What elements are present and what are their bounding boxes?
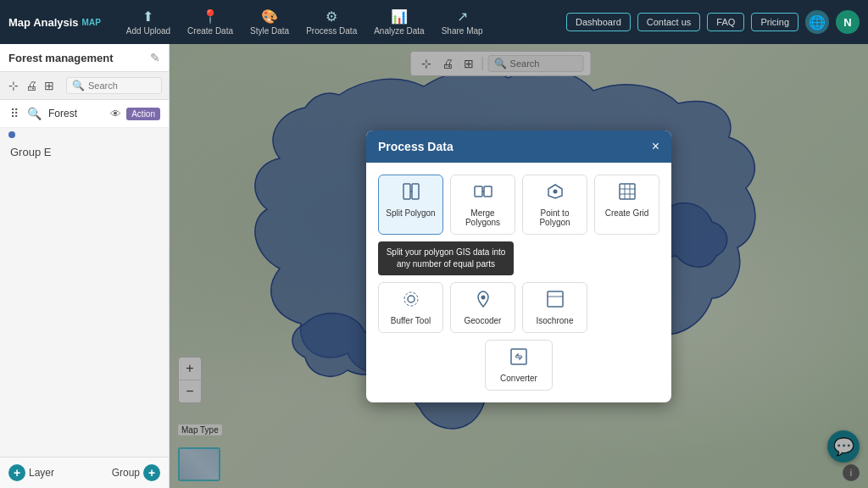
- search-input[interactable]: [88, 80, 156, 91]
- layer-label: Layer: [29, 467, 54, 479]
- converter-icon: [509, 347, 528, 370]
- search-box[interactable]: 🔍: [66, 77, 162, 94]
- geocoder-icon: [474, 290, 492, 313]
- nav-add-upload-label: Add Upload: [126, 26, 170, 36]
- nav-add-upload[interactable]: ⬆ Add Upload: [118, 5, 179, 39]
- group-label: Group: [112, 467, 140, 479]
- nav-share-map-label: Share Map: [442, 26, 483, 36]
- create-grid-icon: [618, 182, 637, 205]
- map-area[interactable]: .forest { fill: #3a5fa0; fill-opacity: 0…: [170, 44, 868, 488]
- modal-header: Process Data ×: [366, 130, 671, 163]
- dashboard-button[interactable]: Dashboard: [566, 13, 631, 31]
- contact-button[interactable]: Contact us: [637, 13, 701, 31]
- merge-polygons-label: Merge Polygons: [454, 208, 511, 227]
- isochrone-button[interactable]: Isochrone: [522, 282, 587, 333]
- panel-footer: + Layer Group +: [0, 457, 169, 488]
- svg-point-13: [404, 292, 418, 306]
- faq-button[interactable]: FAQ: [707, 13, 744, 31]
- grid-icon[interactable]: ⊞: [42, 77, 56, 94]
- buffer-tool-icon: [402, 290, 420, 313]
- search-layer-icon[interactable]: 🔍: [25, 105, 43, 122]
- search-icon: 🔍: [72, 80, 85, 92]
- create-icon: 📍: [202, 8, 219, 25]
- nav-create-data[interactable]: 📍 Create Data: [179, 5, 242, 39]
- svg-rect-17: [511, 349, 526, 364]
- group-e-label: Group E: [2, 134, 169, 170]
- nav-analyze-data[interactable]: 📊 Analyze Data: [365, 5, 432, 39]
- modal-body: Split Polygon Merge Polygons Point to Po…: [366, 163, 671, 402]
- print-icon[interactable]: 🖨: [24, 77, 39, 94]
- isochrone-label: Isochrone: [537, 316, 574, 325]
- buffer-tool-label: Buffer Tool: [391, 316, 431, 325]
- geocoder-label: Geocoder: [465, 316, 502, 325]
- svg-point-12: [408, 296, 415, 302]
- user-avatar[interactable]: N: [836, 10, 860, 34]
- add-layer-icon: +: [8, 464, 25, 481]
- layer-action-badge[interactable]: Action: [126, 108, 160, 120]
- pricing-button[interactable]: Pricing: [751, 13, 798, 31]
- nav-process-data-label: Process Data: [306, 26, 357, 36]
- split-polygon-icon: [402, 182, 420, 205]
- merge-polygons-button[interactable]: Merge Polygons: [450, 175, 515, 235]
- point-to-polygon-icon: [546, 182, 565, 205]
- create-grid-button[interactable]: Create Grid: [594, 175, 659, 235]
- svg-point-6: [553, 189, 557, 193]
- add-group-button[interactable]: Group +: [112, 464, 160, 481]
- nav-style-data[interactable]: 🎨 Style Data: [242, 5, 298, 39]
- nav-create-data-label: Create Data: [187, 26, 233, 36]
- buffer-tool-button[interactable]: Buffer Tool: [378, 282, 443, 333]
- globe-icon[interactable]: 🌐: [805, 10, 829, 34]
- point-to-polygon-button[interactable]: Point to Polygon: [522, 175, 587, 235]
- converter-label: Converter: [500, 374, 537, 383]
- modal-close-button[interactable]: ×: [652, 139, 659, 154]
- app-title: Map Analysis: [8, 16, 79, 29]
- merge-polygons-icon: [474, 182, 492, 205]
- svg-rect-4: [484, 186, 492, 197]
- drag-icon[interactable]: ⠿: [8, 105, 20, 122]
- analyze-icon: 📊: [391, 8, 408, 25]
- converter-button[interactable]: Converter: [485, 340, 553, 391]
- geocoder-button[interactable]: Geocoder: [450, 282, 515, 333]
- svg-rect-1: [412, 184, 419, 199]
- process-icon: ⚙: [326, 8, 337, 25]
- upload-icon: ⬆: [142, 8, 153, 25]
- share-icon: ↗: [457, 8, 468, 25]
- tool-grid-row1: Split Polygon Merge Polygons Point to Po…: [378, 175, 659, 235]
- panel-title: Forest management: [8, 52, 114, 64]
- app-subtitle: MAP: [82, 18, 101, 27]
- cursor-icon[interactable]: ⊹: [7, 77, 20, 94]
- panel-header: Forest management ✎: [0, 44, 169, 72]
- layer-name: Forest: [48, 108, 105, 119]
- add-layer-button[interactable]: + Layer: [8, 464, 54, 481]
- eye-icon[interactable]: 👁: [110, 108, 121, 120]
- isochrone-icon: [546, 290, 565, 313]
- svg-point-14: [481, 295, 485, 299]
- split-polygon-tooltip: Split your polygon GIS data into any num…: [378, 241, 514, 275]
- left-panel: Forest management ✎ ⊹ 🖨 ⊞ 🔍 ⠿ 🔍 Forest 👁…: [0, 44, 170, 488]
- split-polygon-label: Split Polygon: [386, 208, 435, 218]
- layer-item: ⠿ 🔍 Forest 👁 Action: [0, 100, 169, 128]
- modal-title: Process Data: [378, 140, 453, 153]
- nav-right: Dashboard Contact us FAQ Pricing 🌐 N: [566, 10, 860, 34]
- svg-rect-0: [403, 184, 410, 199]
- edit-icon[interactable]: ✎: [150, 51, 160, 64]
- style-icon: 🎨: [261, 8, 278, 25]
- create-grid-label: Create Grid: [605, 208, 649, 218]
- point-to-polygon-label: Point to Polygon: [526, 208, 583, 227]
- tool-grid-row3: Converter: [378, 340, 659, 391]
- app-logo: Map Analysis MAP: [8, 16, 101, 29]
- add-group-icon: +: [143, 464, 160, 481]
- process-data-modal: Process Data × Split Polygon M: [366, 130, 671, 402]
- svg-rect-7: [620, 184, 635, 199]
- svg-rect-3: [475, 186, 482, 197]
- nav-share-map[interactable]: ↗ Share Map: [433, 5, 492, 39]
- svg-rect-15: [548, 291, 563, 307]
- topbar: Map Analysis MAP ⬆ Add Upload 📍 Create D…: [0, 0, 868, 44]
- nav-style-data-label: Style Data: [250, 26, 289, 36]
- modal-overlay: Process Data × Split Polygon M: [170, 44, 868, 488]
- nav-analyze-data-label: Analyze Data: [374, 26, 424, 36]
- panel-toolbar: ⊹ 🖨 ⊞ 🔍: [0, 72, 169, 100]
- tool-grid-row2: Buffer Tool Geocoder Isochrone: [378, 282, 659, 333]
- nav-process-data[interactable]: ⚙ Process Data: [298, 5, 365, 39]
- split-polygon-button[interactable]: Split Polygon: [378, 175, 443, 235]
